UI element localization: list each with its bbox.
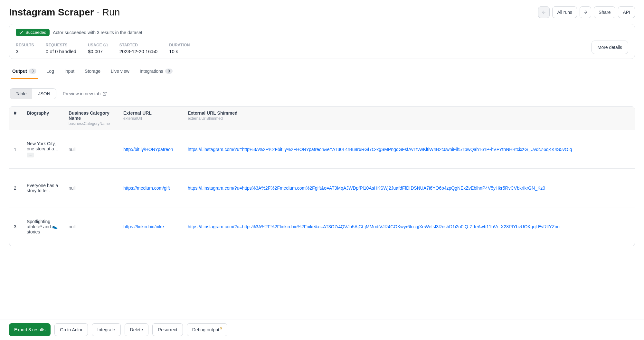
info-icon[interactable]: ? (103, 43, 108, 47)
all-runs-button[interactable]: All runs (552, 6, 577, 18)
title-main: Instagram Scraper (9, 7, 94, 18)
cell-num: 3 (9, 207, 22, 246)
cell-external-url-shimmed[interactable]: https://l.instagram.com/?u=https%3A%2F%2… (183, 169, 635, 207)
col-header-category[interactable]: Business Category Name businessCategoryN… (64, 107, 119, 130)
col-header-num[interactable]: # (9, 107, 22, 130)
tab-log[interactable]: Log (45, 65, 55, 79)
cell-num: 2 (9, 169, 22, 207)
tab-integrations[interactable]: Integrations 0 (138, 65, 174, 79)
started-label: STARTED (119, 43, 157, 47)
more-details-button[interactable]: More details (592, 41, 628, 54)
results-label: RESULTS (16, 43, 34, 47)
tab-live-view[interactable]: Live view (109, 65, 131, 79)
cell-external-url-shimmed[interactable]: https://l.instagram.com/?u=https%3A%2F%2… (183, 207, 635, 246)
cell-external-url[interactable]: http://bit.ly/HONYpatreon (119, 130, 183, 169)
col-header-external-url[interactable]: External URL externalUrl (119, 107, 183, 130)
page-title: Instagram Scraper - Run (9, 7, 120, 18)
prev-run-button (538, 6, 550, 18)
title-separator: - (96, 7, 99, 18)
next-run-button[interactable] (580, 6, 591, 18)
duration-label: DURATION (169, 43, 190, 47)
table-view-button[interactable]: Table (10, 89, 32, 99)
expand-button[interactable]: … (27, 153, 34, 157)
col-header-external-url-shimmed[interactable]: External URL Shimmed externalUrlShimmed (183, 107, 635, 130)
table-row: 1 New York City, one story at a… … null … (9, 130, 635, 169)
check-icon (19, 30, 24, 35)
table-row: 2 Everyone has a story to tell. null htt… (9, 169, 635, 207)
status-message: Actor succeeded with 3 results in the da… (53, 30, 142, 35)
tab-storage[interactable]: Storage (83, 65, 102, 79)
cell-external-url[interactable]: https://linkin.bio/nike (119, 207, 183, 246)
results-table: # Biography Business Category Name busin… (9, 106, 635, 246)
cell-external-url[interactable]: https://medium.com/gift (119, 169, 183, 207)
usage-value: $0.007 (88, 49, 108, 54)
json-view-button[interactable]: JSON (32, 89, 56, 99)
tab-input[interactable]: Input (63, 65, 76, 79)
cell-category: null (64, 169, 119, 207)
status-badge: Succeeded (16, 29, 50, 36)
requests-value: 0 of 0 handled (46, 49, 76, 54)
title-run: Run (102, 7, 120, 18)
cell-category: null (64, 130, 119, 169)
tab-output[interactable]: Output 3 (11, 65, 38, 79)
integrations-count-badge: 0 (165, 69, 173, 74)
cell-category: null (64, 207, 119, 246)
status-badge-text: Succeeded (25, 30, 46, 35)
requests-label: REQUESTS (46, 43, 76, 47)
cell-biography: Everyone has a story to tell. (22, 169, 64, 207)
share-button[interactable]: Share (594, 6, 615, 18)
started-value: 2023-12-20 16:50 (119, 49, 157, 54)
cell-num: 1 (9, 130, 22, 169)
preview-link[interactable]: Preview in new tab (63, 91, 107, 96)
col-header-biography[interactable]: Biography (22, 107, 64, 130)
api-button[interactable]: API (618, 6, 635, 18)
results-value: 3 (16, 49, 34, 54)
status-card: Succeeded Actor succeeded with 3 results… (9, 24, 635, 59)
output-count-badge: 3 (29, 69, 36, 74)
tabs: Output 3 Log Input Storage Live view Int… (9, 65, 635, 79)
cell-biography: Spotlighting athlete* and 👟 stories (22, 207, 64, 246)
view-toggle: Table JSON (10, 88, 56, 99)
duration-value: 10 s (169, 49, 190, 54)
table-row: 3 Spotlighting athlete* and 👟 stories nu… (9, 207, 635, 246)
external-link-icon (102, 91, 107, 96)
cell-biography: New York City, one story at a… … (22, 130, 64, 169)
usage-label: USAGE ? (88, 43, 108, 47)
cell-external-url-shimmed[interactable]: https://l.instagram.com/?u=http%3A%2F%2F… (183, 130, 635, 169)
